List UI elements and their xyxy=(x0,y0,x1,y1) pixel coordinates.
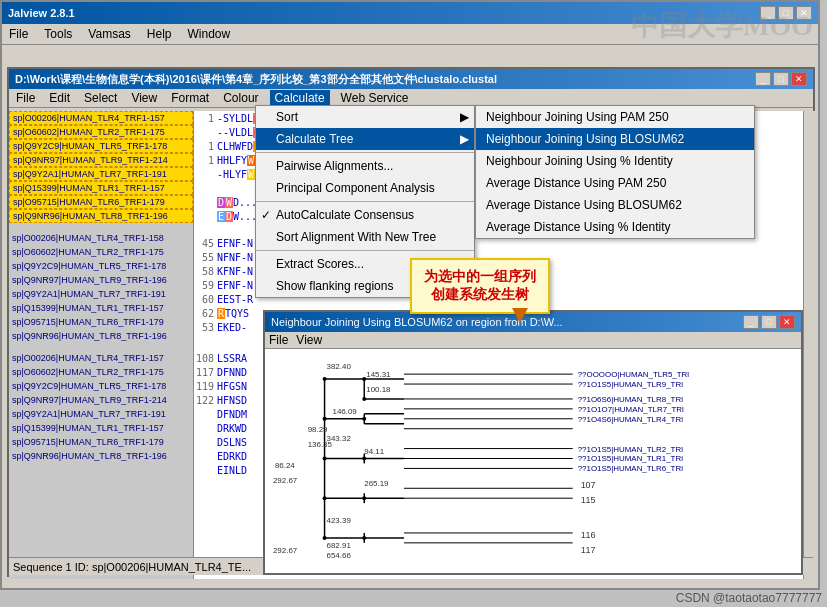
calc-menu-autocalc[interactable]: ✓ AutoCalculate Consensus xyxy=(256,204,474,226)
doc-menu-file[interactable]: File xyxy=(13,90,38,106)
seq-name-row-4[interactable]: sp|Q9NR97|HUMAN_TLR9_TRF1-214 xyxy=(9,153,193,167)
svg-text:??1O1S5|HUMAN_TLR1_TRl: ??1O1S5|HUMAN_TLR1_TRl xyxy=(578,454,684,463)
tree-submenu: Neighbour Joining Using PAM 250 Neighbou… xyxy=(475,105,755,239)
tree-menu-avg-pct-identity[interactable]: Average Distance Using % Identity xyxy=(476,216,754,238)
seq-name-row-8[interactable]: sp|Q9NR96|HUMAN_TLR8_TRF1-196 xyxy=(9,209,193,223)
tree-menu-file[interactable]: File xyxy=(269,333,288,347)
tree-menu-view[interactable]: View xyxy=(296,333,322,347)
menu-help[interactable]: Help xyxy=(144,26,175,42)
seq-name-row-17[interactable]: sp|O00206|HUMAN_TLR4_TRF1-157 xyxy=(9,351,193,365)
doc-menu-colour[interactable]: Colour xyxy=(220,90,261,106)
svg-text:292.67: 292.67 xyxy=(273,546,298,555)
app-title: Jalview 2.8.1 xyxy=(8,7,75,19)
doc-menu-format[interactable]: Format xyxy=(168,90,212,106)
svg-text:94.11: 94.11 xyxy=(364,447,384,456)
seq-name-row-20[interactable]: sp|Q9NR97|HUMAN_TLR9_TRF1-214 xyxy=(9,393,193,407)
svg-text:100.18: 100.18 xyxy=(366,385,391,394)
svg-text:116: 116 xyxy=(581,530,596,540)
tree-menu-avg-blosum62[interactable]: Average Distance Using BLOSUM62 xyxy=(476,194,754,216)
svg-text:107: 107 xyxy=(581,480,596,490)
tree-menu-nj-blosum62[interactable]: Neighbour Joining Using BLOSUM62 xyxy=(476,128,754,150)
calc-menu-pca[interactable]: Principal Component Analysis xyxy=(256,177,474,199)
doc-menu-webservice[interactable]: Web Service xyxy=(338,90,412,106)
tree-menu-nj-pam250[interactable]: Neighbour Joining Using PAM 250 xyxy=(476,106,754,128)
doc-title-controls: _ □ ✕ xyxy=(755,72,807,86)
tree-minimize-button[interactable]: _ xyxy=(743,315,759,329)
svg-text:654.66: 654.66 xyxy=(327,551,352,560)
seq-name-row-16[interactable]: sp|Q9NR96|HUMAN_TLR8_TRF1-196 xyxy=(9,329,193,343)
doc-title-bar: D:\Work\课程\生物信息学(本科)\2016\课件\第4章_序列比较_第3… xyxy=(9,69,813,89)
svg-text:423.39: 423.39 xyxy=(327,516,352,525)
tooltip-text: 为选中的一组序列创建系统发生树 xyxy=(424,268,536,302)
svg-text:682.91: 682.91 xyxy=(327,541,352,550)
seq-name-row-19[interactable]: sp|Q9Y2C9|HUMAN_TLR5_TRF1-178 xyxy=(9,379,193,393)
doc-menu-edit[interactable]: Edit xyxy=(46,90,73,106)
doc-maximize-button[interactable]: □ xyxy=(773,72,789,86)
seq-name-row-11[interactable]: sp|Q9Y2C9|HUMAN_TLR5_TRF1-178 xyxy=(9,259,193,273)
svg-point-45 xyxy=(323,536,327,540)
menu-vamsas[interactable]: Vamsas xyxy=(85,26,133,42)
seq-name-row-5[interactable]: sp|Q9Y2A1|HUMAN_TLR7_TRF1-191 xyxy=(9,167,193,181)
svg-text:136.35: 136.35 xyxy=(308,440,333,449)
calc-menu-pairwise[interactable]: Pairwise Alignments... xyxy=(256,155,474,177)
tree-window-controls: _ □ ✕ xyxy=(743,315,795,329)
seq-name-row-18[interactable]: sp|O60602|HUMAN_TLR2_TRF1-175 xyxy=(9,365,193,379)
seq-name-row-10[interactable]: sp|O60602|HUMAN_TLR2_TRF1-175 xyxy=(9,245,193,259)
check-icon: ✓ xyxy=(261,208,271,222)
watermark: 中国大学MOO xyxy=(626,2,818,50)
phylogenetic-tree-svg: 382.40 145.31 100.18 146.09 343.32 94.11… xyxy=(265,349,801,568)
svg-text:292.67: 292.67 xyxy=(273,476,298,485)
svg-point-50 xyxy=(362,496,366,500)
menu-file[interactable]: File xyxy=(6,26,31,42)
doc-menu-view[interactable]: View xyxy=(128,90,160,106)
seq-name-row-13[interactable]: sp|Q9Y2A1|HUMAN_TLR7_TRF1-191 xyxy=(9,287,193,301)
sort-arrow-icon: ▶ xyxy=(460,110,469,124)
seq-name-row-21[interactable]: sp|Q9Y2A1|HUMAN_TLR7_TRF1-191 xyxy=(9,407,193,421)
tree-content: 382.40 145.31 100.18 146.09 343.32 94.11… xyxy=(265,349,801,568)
vertical-scrollbar[interactable] xyxy=(803,111,817,579)
svg-text:382.40: 382.40 xyxy=(327,362,352,371)
seq-name-row-23[interactable]: sp|O95715|HUMAN_TLR6_TRF1-179 xyxy=(9,435,193,449)
seq-name-row-14[interactable]: sp|Q15399|HUMAN_TLR1_TRF1-157 xyxy=(9,301,193,315)
svg-text:115: 115 xyxy=(581,495,596,505)
tree-menu-nj-pct-identity[interactable]: Neighbour Joining Using % Identity xyxy=(476,150,754,172)
seq-name-row-24[interactable]: sp|Q9NR96|HUMAN_TLR8_TRF1-196 xyxy=(9,449,193,463)
tooltip-bubble: 为选中的一组序列创建系统发生树 xyxy=(410,258,550,314)
svg-point-42 xyxy=(323,417,327,421)
svg-point-43 xyxy=(323,457,327,461)
doc-minimize-button[interactable]: _ xyxy=(755,72,771,86)
menu-separator-2 xyxy=(256,201,474,202)
seq-name-row-6[interactable]: sp|Q15399|HUMAN_TLR1_TRF1-157 xyxy=(9,181,193,195)
calc-menu-sort-tree[interactable]: Sort Alignment With New Tree xyxy=(256,226,474,248)
calc-menu-calculate-tree[interactable]: Calculate Tree ▶ xyxy=(256,128,474,150)
svg-point-48 xyxy=(362,417,366,421)
menu-separator-3 xyxy=(256,250,474,251)
tree-maximize-button[interactable]: □ xyxy=(761,315,777,329)
doc-menu-select[interactable]: Select xyxy=(81,90,120,106)
doc-menu-calculate[interactable]: Calculate xyxy=(270,90,330,106)
seq-name-row-7[interactable]: sp|O95715|HUMAN_TLR6_TRF1-179 xyxy=(9,195,193,209)
calc-menu-sort[interactable]: Sort ▶ xyxy=(256,106,474,128)
menu-window[interactable]: Window xyxy=(185,26,234,42)
tree-close-button[interactable]: ✕ xyxy=(779,315,795,329)
svg-text:??1O6S6|HUMAN_TLR8_TRl: ??1O6S6|HUMAN_TLR8_TRl xyxy=(578,395,684,404)
tree-menu-avg-pam250[interactable]: Average Distance Using PAM 250 xyxy=(476,172,754,194)
svg-text:??1O1O7|HUMAN_TLR7_TRl: ??1O1O7|HUMAN_TLR7_TRl xyxy=(578,405,684,414)
svg-text:146.09: 146.09 xyxy=(332,407,357,416)
sequence-names-panel: sp|O00206|HUMAN_TLR4_TRF1-157 sp|O60602|… xyxy=(9,111,194,579)
seq-name-row-15[interactable]: sp|O95715|HUMAN_TLR6_TRF1-179 xyxy=(9,315,193,329)
doc-close-button[interactable]: ✕ xyxy=(791,72,807,86)
seq-name-row-2[interactable]: sp|O60602|HUMAN_TLR2_TRF1-175 xyxy=(9,125,193,139)
svg-text:??OOOOO|HUMAN_TLR5_TRl: ??OOOOO|HUMAN_TLR5_TRl xyxy=(578,370,690,379)
seq-name-row-1[interactable]: sp|O00206|HUMAN_TLR4_TRF1-157 xyxy=(9,111,193,125)
svg-text:265.19: 265.19 xyxy=(364,479,389,488)
svg-text:98.29: 98.29 xyxy=(308,425,328,434)
menu-tools[interactable]: Tools xyxy=(41,26,75,42)
seq-name-row-3[interactable]: sp|Q9Y2C9|HUMAN_TLR5_TRF1-178 xyxy=(9,139,193,153)
seq-name-row-9[interactable]: sp|O00206|HUMAN_TLR4_TRF1-158 xyxy=(9,231,193,245)
svg-point-41 xyxy=(323,377,327,381)
svg-point-46 xyxy=(362,377,366,381)
seq-name-row-12[interactable]: sp|Q9NR97|HUMAN_TLR9_TRF1-196 xyxy=(9,273,193,287)
svg-text:145.31: 145.31 xyxy=(366,370,391,379)
seq-name-row-22[interactable]: sp|Q15399|HUMAN_TLR1_TRF1-157 xyxy=(9,421,193,435)
